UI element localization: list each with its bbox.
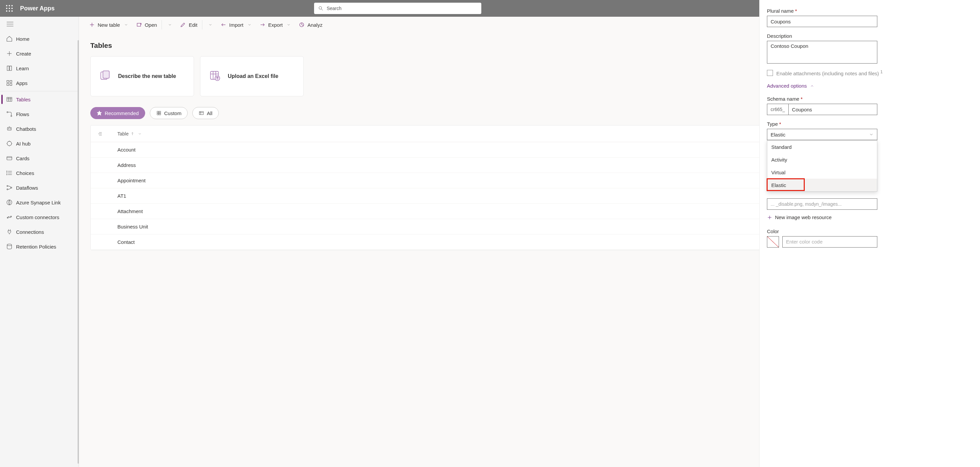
nav-flows[interactable]: Flows [0, 107, 79, 121]
nav-home[interactable]: Home [0, 32, 79, 46]
nav-create[interactable]: Create [0, 46, 79, 61]
open-button[interactable]: Open [133, 17, 161, 33]
nav-learn[interactable]: Learn [0, 61, 79, 76]
describe-icon [99, 69, 111, 83]
description-input[interactable]: Contoso Coupon [767, 41, 877, 64]
svg-rect-17 [10, 81, 12, 83]
analyze-button[interactable]: Analyz [295, 17, 326, 33]
pill-custom[interactable]: Custom [150, 107, 188, 119]
color-label: Color [767, 228, 779, 234]
advanced-options-toggle[interactable]: Advanced options [767, 83, 814, 89]
star-icon [97, 110, 102, 116]
svg-point-40 [7, 189, 8, 190]
search-placeholder: Search [327, 6, 342, 11]
svg-rect-19 [10, 84, 12, 86]
type-option-activity[interactable]: Activity [767, 153, 877, 166]
import-button[interactable]: Import [217, 17, 256, 33]
type-dropdown: Standard Activity Virtual Elastic [767, 140, 877, 192]
enable-attachments-checkbox[interactable]: Enable attachments (including notes and … [767, 70, 970, 76]
color-swatch[interactable] [767, 236, 779, 247]
flow-icon [6, 111, 13, 118]
import-icon [220, 22, 226, 28]
nav-dataflows[interactable]: Dataflows [0, 180, 79, 195]
nav-chatbots[interactable]: Chatbots [0, 121, 79, 136]
analyze-icon [299, 22, 305, 28]
chevron-down-icon [285, 23, 292, 27]
svg-point-36 [7, 171, 7, 172]
indent-icon [97, 131, 103, 137]
edit-dropdown[interactable] [204, 17, 217, 33]
properties-panel: Plural name* Coupons Description Contoso… [759, 0, 980, 467]
left-nav: Home Create Learn Apps Tables Flows Chat… [0, 17, 79, 467]
export-icon [259, 22, 266, 28]
waffle-icon[interactable] [5, 4, 13, 13]
type-option-elastic[interactable]: Elastic [767, 179, 877, 191]
chevron-down-icon [167, 23, 173, 27]
type-select[interactable]: Elastic [767, 129, 877, 140]
sort-asc-icon [130, 132, 134, 136]
svg-point-8 [11, 10, 13, 12]
schema-name-input[interactable]: cr665_ Coupons [767, 104, 877, 115]
svg-point-4 [9, 8, 10, 9]
svg-rect-64 [159, 113, 161, 115]
nav-collapse-button[interactable] [0, 17, 79, 32]
chevron-down-icon[interactable] [137, 132, 143, 136]
nav-choices[interactable]: Choices [0, 166, 79, 180]
svg-point-7 [9, 10, 10, 12]
color-input[interactable]: Enter color code [782, 236, 877, 247]
apps-icon [6, 80, 13, 86]
pencil-icon [180, 22, 186, 28]
synapse-icon [6, 199, 13, 206]
book-icon [6, 65, 13, 72]
svg-point-38 [7, 174, 7, 175]
nav-retention[interactable]: Retention Policies [0, 239, 79, 254]
svg-rect-53 [103, 71, 109, 78]
app-brand: Power Apps [20, 5, 54, 12]
svg-point-5 [11, 8, 13, 9]
database-icon [6, 243, 13, 250]
new-image-link[interactable]: New image web resource [767, 214, 832, 220]
nav-customconn[interactable]: Custom connectors [0, 210, 79, 225]
pill-all[interactable]: All [192, 107, 219, 119]
open-dropdown[interactable] [163, 17, 177, 33]
nav-synapse[interactable]: Azure Synapse Link [0, 195, 79, 210]
svg-point-37 [7, 173, 7, 173]
svg-point-1 [9, 5, 10, 6]
edit-button[interactable]: Edit [177, 17, 201, 33]
nav-apps[interactable]: Apps [0, 76, 79, 90]
svg-rect-63 [157, 113, 159, 115]
card-upload-excel[interactable]: Upload an Excel file [200, 56, 304, 96]
chevron-down-icon [207, 23, 214, 27]
card-describe-table[interactable]: Describe the new table [90, 56, 194, 96]
table-icon [6, 96, 13, 103]
list-icon [6, 170, 13, 176]
dataflow-icon [6, 184, 13, 191]
plural-name-label: Plural name [767, 8, 794, 14]
svg-rect-16 [7, 81, 9, 83]
checkbox-icon [767, 70, 773, 76]
chatbot-icon [6, 126, 13, 132]
nav-cards[interactable]: Cards [0, 151, 79, 166]
svg-line-10 [321, 9, 323, 10]
search-input[interactable]: Search [314, 3, 481, 14]
svg-rect-48 [137, 24, 141, 26]
table-icon [199, 110, 204, 116]
image-input[interactable]: ... _disable.png, msdyn_/images... [767, 198, 877, 210]
pill-recommended[interactable]: Recommended [90, 107, 145, 119]
type-option-virtual[interactable]: Virtual [767, 166, 877, 179]
new-table-button[interactable]: New table [86, 17, 133, 33]
svg-point-28 [8, 129, 9, 129]
description-label: Description [767, 33, 792, 39]
type-option-standard[interactable]: Standard [767, 140, 877, 153]
export-button[interactable]: Export [256, 17, 295, 33]
chevron-down-icon [869, 132, 873, 137]
grid-icon [156, 110, 162, 116]
nav-tables[interactable]: Tables [0, 92, 79, 107]
ai-icon [6, 140, 13, 147]
schema-prefix: cr665_ [767, 104, 788, 115]
nav-aihub[interactable]: AI hub [0, 136, 79, 151]
chevron-up-icon [810, 84, 814, 88]
svg-point-6 [6, 10, 7, 12]
plural-name-input[interactable]: Coupons [767, 16, 877, 27]
nav-connections[interactable]: Connections [0, 225, 79, 239]
